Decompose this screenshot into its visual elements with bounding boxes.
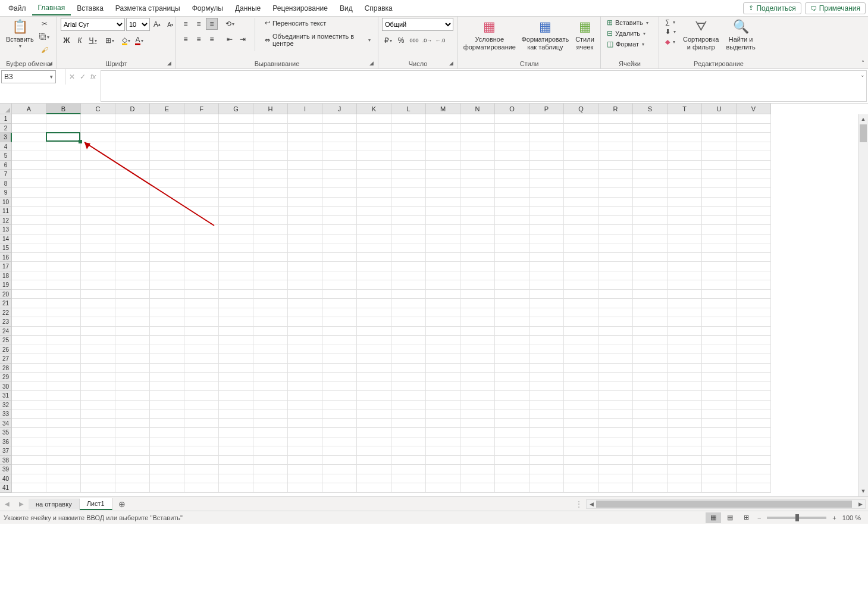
row-header-40[interactable]: 40 bbox=[0, 474, 12, 484]
column-header-S[interactable]: S bbox=[633, 104, 668, 114]
fill-handle[interactable] bbox=[79, 140, 82, 143]
cell-styles-button[interactable]: ▦ Стили ячеек bbox=[573, 18, 597, 52]
page-break-view-button[interactable]: ⊞ bbox=[739, 512, 754, 523]
paste-button[interactable]: 📋 Вставить ▾ bbox=[4, 18, 36, 50]
number-format-select[interactable]: Общий bbox=[382, 18, 453, 31]
alignment-dialog-launcher[interactable]: ◢ bbox=[369, 60, 377, 67]
borders-button[interactable]: ⊞▾ bbox=[104, 35, 115, 46]
cancel-formula-button[interactable]: ✕ bbox=[69, 73, 75, 81]
format-cells-button[interactable]: ◫Формат▾ bbox=[604, 39, 651, 49]
expand-formula-bar-button[interactable]: ⌄ bbox=[860, 72, 865, 78]
column-header-A[interactable]: A bbox=[12, 104, 46, 114]
sheet-tab-0[interactable]: на отправку bbox=[29, 499, 80, 509]
merge-center-button[interactable]: ⇔Объединить и поместить в центре▾ bbox=[261, 32, 374, 48]
row-header-32[interactable]: 32 bbox=[0, 401, 12, 410]
column-header-G[interactable]: G bbox=[219, 104, 253, 114]
row-header-36[interactable]: 36 bbox=[0, 437, 12, 447]
percent-button[interactable]: % bbox=[395, 35, 407, 46]
align-right-button[interactable]: ≡ bbox=[206, 33, 218, 45]
row-header-2[interactable]: 2 bbox=[0, 124, 12, 133]
column-header-K[interactable]: K bbox=[357, 104, 391, 114]
page-layout-view-button[interactable]: ▤ bbox=[722, 512, 738, 523]
row-header-21[interactable]: 21 bbox=[0, 299, 12, 308]
row-header-31[interactable]: 31 bbox=[0, 391, 12, 401]
enter-formula-button[interactable]: ✓ bbox=[80, 73, 86, 81]
menu-review[interactable]: Рецензирование bbox=[267, 2, 334, 15]
decrease-font-button[interactable]: A▾ bbox=[164, 18, 176, 30]
menu-page-layout[interactable]: Разметка страницы bbox=[109, 2, 186, 15]
horizontal-scrollbar[interactable]: ◀ ▶ bbox=[586, 499, 866, 509]
menu-help[interactable]: Справка bbox=[359, 2, 399, 15]
align-center-button[interactable]: ≡ bbox=[193, 33, 205, 45]
copy-button[interactable]: ⿻▾ bbox=[39, 31, 51, 43]
row-header-13[interactable]: 13 bbox=[0, 225, 12, 234]
fill-button[interactable]: ⬇▾ bbox=[663, 27, 678, 36]
column-header-L[interactable]: L bbox=[391, 104, 426, 114]
comments-button[interactable]: 🗨Примечания bbox=[805, 2, 866, 14]
column-header-I[interactable]: I bbox=[288, 104, 322, 114]
share-button[interactable]: ⇪Поделиться bbox=[743, 2, 801, 14]
row-header-25[interactable]: 25 bbox=[0, 336, 12, 345]
increase-decimal-button[interactable]: .0→ bbox=[421, 35, 433, 46]
row-header-6[interactable]: 6 bbox=[0, 161, 12, 170]
tab-nav-next[interactable]: ▶ bbox=[14, 501, 29, 507]
menu-view[interactable]: Вид bbox=[334, 2, 359, 15]
row-header-12[interactable]: 12 bbox=[0, 216, 12, 226]
menu-data[interactable]: Данные bbox=[229, 2, 267, 15]
font-name-select[interactable]: Arial Cyr bbox=[61, 18, 125, 31]
comma-button[interactable]: 000 bbox=[408, 35, 420, 46]
decrease-indent-button[interactable]: ⇤ bbox=[224, 33, 236, 45]
column-header-O[interactable]: O bbox=[495, 104, 529, 114]
column-header-C[interactable]: C bbox=[81, 104, 115, 114]
column-header-R[interactable]: R bbox=[598, 104, 633, 114]
conditional-formatting-button[interactable]: ▦ Условное форматирование bbox=[462, 18, 518, 52]
row-header-5[interactable]: 5 bbox=[0, 151, 12, 161]
row-header-18[interactable]: 18 bbox=[0, 271, 12, 281]
cells-area[interactable] bbox=[12, 114, 771, 493]
format-as-table-button[interactable]: ▦ Форматировать как таблицу bbox=[520, 18, 571, 52]
clipboard-dialog-launcher[interactable]: ◢ bbox=[48, 60, 55, 67]
zoom-out-button[interactable]: − bbox=[755, 514, 763, 521]
select-all-corner[interactable] bbox=[0, 104, 12, 114]
column-header-D[interactable]: D bbox=[115, 104, 150, 114]
selected-cell[interactable] bbox=[46, 132, 80, 142]
accounting-format-button[interactable]: ₽▾ bbox=[382, 35, 394, 46]
zoom-thumb[interactable] bbox=[795, 514, 799, 521]
row-header-23[interactable]: 23 bbox=[0, 317, 12, 327]
vertical-scrollbar[interactable]: ▲ ▼ bbox=[858, 114, 868, 496]
scroll-up-button[interactable]: ▲ bbox=[858, 114, 868, 124]
underline-button[interactable]: Ч▾ bbox=[87, 35, 99, 46]
zoom-percent[interactable]: 100 % bbox=[839, 514, 864, 521]
menu-home[interactable]: Главная bbox=[32, 1, 71, 15]
collapse-ribbon-button[interactable]: ˄ bbox=[861, 60, 864, 66]
sort-filter-button[interactable]: ᗊ Сортировка и фильтр bbox=[681, 18, 721, 52]
insert-cells-button[interactable]: ⊞Вставить▾ bbox=[604, 18, 651, 27]
column-header-E[interactable]: E bbox=[150, 104, 184, 114]
cut-button[interactable]: ✂ bbox=[39, 18, 51, 30]
row-header-30[interactable]: 30 bbox=[0, 382, 12, 392]
menu-insert[interactable]: Вставка bbox=[71, 2, 109, 15]
row-header-38[interactable]: 38 bbox=[0, 456, 12, 465]
font-size-select[interactable]: 10 bbox=[126, 18, 150, 31]
bold-button[interactable]: Ж bbox=[61, 35, 73, 46]
column-header-U[interactable]: U bbox=[702, 104, 737, 114]
column-header-N[interactable]: N bbox=[460, 104, 495, 114]
row-header-19[interactable]: 19 bbox=[0, 280, 12, 290]
column-header-F[interactable]: F bbox=[184, 104, 219, 114]
zoom-in-button[interactable]: + bbox=[830, 514, 838, 521]
align-middle-button[interactable]: ≡ bbox=[193, 18, 205, 30]
row-header-41[interactable]: 41 bbox=[0, 483, 12, 493]
increase-font-button[interactable]: A▴ bbox=[151, 18, 163, 30]
align-top-button[interactable]: ≡ bbox=[180, 18, 192, 30]
scroll-down-button[interactable]: ▼ bbox=[858, 486, 868, 496]
scroll-left-button[interactable]: ◀ bbox=[587, 501, 596, 507]
row-header-26[interactable]: 26 bbox=[0, 345, 12, 355]
italic-button[interactable]: К bbox=[74, 35, 86, 46]
row-header-3[interactable]: 3 bbox=[0, 133, 12, 142]
formula-input[interactable]: ⌄ bbox=[101, 70, 867, 102]
row-header-29[interactable]: 29 bbox=[0, 373, 12, 382]
column-header-M[interactable]: M bbox=[426, 104, 460, 114]
row-header-16[interactable]: 16 bbox=[0, 253, 12, 262]
row-header-10[interactable]: 10 bbox=[0, 198, 12, 207]
column-header-B[interactable]: B bbox=[46, 104, 81, 114]
